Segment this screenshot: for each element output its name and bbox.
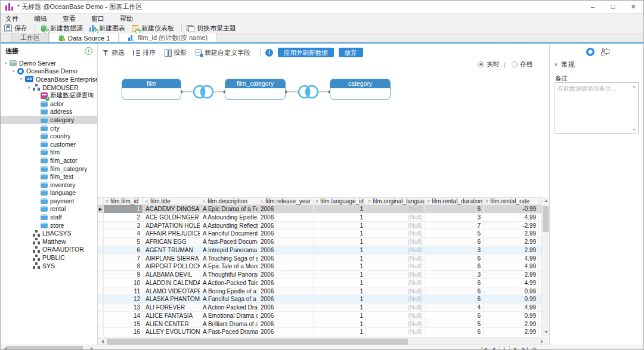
table-row[interactable]: 7AIRPLANE SIERRAA Touching Saga of a Hun… — [98, 255, 548, 263]
menu-item[interactable]: 窗口 — [91, 14, 113, 23]
tree-item-sys[interactable]: SYS — [1, 262, 97, 270]
scrollbar-thumb[interactable] — [107, 339, 408, 345]
settings-sliders-icon[interactable] — [600, 48, 608, 55]
table-row[interactable]: 16ALLEY EVOLUTIONA Fast-Paced Drama of a… — [98, 328, 548, 336]
tree-item-category[interactable]: category — [1, 116, 97, 124]
scrollbar-thumb[interactable] — [7, 346, 83, 350]
tree-item-lbacsys[interactable]: LBACSYS — [1, 229, 97, 237]
cell: 7 — [425, 222, 484, 230]
chevron-down-icon[interactable]: ∨ — [3, 61, 8, 66]
column-header-film.language_id[interactable]: #film.language_id — [314, 198, 366, 205]
add-connection-button[interactable]: + — [85, 47, 92, 55]
toolbar-new-chart-button[interactable]: 新建图表 — [89, 24, 125, 33]
tree-item-demo-server[interactable]: ∨Demo Server — [1, 59, 97, 67]
toolbar-new-datasource-button[interactable]: 新建数据源 — [40, 24, 83, 33]
table-row[interactable]: 10ALADDIN CALENDAR IIA Action-Packed Tal… — [98, 279, 548, 287]
column-header-film.film_id[interactable]: #film.film_id — [104, 198, 143, 205]
table-row[interactable]: 6AGENT TRUMANA Intrepid Panorama of a F2… — [98, 246, 548, 255]
table-node-category[interactable]: category — [330, 79, 391, 100]
column-header-film.original_language_[interactable]: #film.original_language_ — [366, 198, 425, 205]
tab-data-source-1[interactable]: Data Source 1 — [49, 33, 119, 42]
maximize-button[interactable]: □ — [603, 1, 623, 14]
table-row[interactable]: ▶1ACADEMY DINOSAURA Epic Drama of a Femi… — [98, 205, 548, 213]
table-row[interactable]: 2ACE GOLDFINGERA Astounding Epistle of a… — [98, 213, 548, 222]
table-row[interactable]: 3ADAPTATION HOLESA Astounding Reflection… — [98, 222, 548, 230]
tree-horizontal-scrollbar[interactable] — [1, 345, 98, 350]
tab-workspace[interactable]: 工作区 — [11, 33, 49, 42]
tree-item-country[interactable]: country — [1, 132, 97, 140]
tree-item-film[interactable]: film — [1, 148, 97, 157]
chevron-down-icon[interactable]: ∨ — [18, 77, 24, 82]
tree-item-film_actor[interactable]: film_actor — [1, 156, 97, 165]
tab-chart[interactable]: film_id 的计数(按 name) — [119, 33, 216, 42]
tree-item-customer[interactable]: customer — [1, 140, 97, 148]
scrollbar-thumb[interactable] — [543, 206, 549, 232]
table-node-film-category[interactable]: film_category — [225, 79, 286, 100]
inner-join-icon — [194, 86, 213, 98]
table-row[interactable]: 4AFFAIR PREJUDICEA Fanciful Documentary … — [98, 230, 548, 238]
tree-item-oraauditor[interactable]: ORAAUDITOR — [1, 246, 97, 254]
column-header-film.release_year[interactable]: Afilm.release_year — [258, 198, 314, 205]
tree-item-oceanbase-demo[interactable]: ∨OceanBase Demo — [1, 67, 97, 76]
toolbar-switch-theme-button[interactable]: 切换布景主题 — [187, 24, 236, 33]
menu-item[interactable]: 文件 — [5, 14, 27, 23]
page-number-input[interactable]: 1 — [499, 346, 510, 350]
cell: 3 — [425, 213, 484, 221]
cell: 6 — [104, 246, 143, 254]
tree-item-film_category[interactable]: film_category — [1, 165, 97, 173]
table-node-film[interactable]: film — [122, 79, 181, 100]
tab-label: film_id 的计数(按 name) — [138, 33, 208, 42]
table-row[interactable]: 9ALABAMA DEVILA Thoughtful Panorama of20… — [98, 271, 548, 279]
menu-item[interactable]: 帮助 — [120, 14, 141, 23]
note-textarea[interactable] — [555, 82, 639, 134]
tree-item--[interactable]: 新建数据源查询 — [1, 91, 97, 100]
tree-item-film_text[interactable]: film_text — [1, 172, 97, 181]
table-row[interactable]: 12ALASKA PHANTOMA Fanciful Saga of a Hun… — [98, 295, 548, 303]
menu-item[interactable]: 查看 — [63, 14, 84, 23]
tree-item-inventory[interactable]: inventory — [1, 181, 97, 189]
chevron-down-icon[interactable]: ∨ — [11, 69, 16, 73]
refresh-icon[interactable]: ⟳ — [532, 346, 537, 350]
general-section-header[interactable]: ∨ 常规 — [553, 60, 575, 69]
prev-page-icon[interactable]: ◀ — [491, 346, 495, 350]
tree-item-payment[interactable]: payment — [1, 197, 97, 205]
column-header-film.rental_duration[interactable]: #film.rental_duration — [425, 198, 484, 205]
last-page-icon[interactable]: ▶| — [522, 346, 528, 350]
scroll-right-icon[interactable] — [88, 345, 95, 350]
properties-cube-icon[interactable] — [586, 48, 595, 56]
tree-item-public[interactable]: PUBLIC — [1, 253, 97, 262]
grid-horizontal-scrollbar[interactable] — [98, 337, 548, 345]
scroll-up-icon[interactable]: ▲ — [632, 84, 636, 88]
tree-item-label: 新建数据源查询 — [50, 91, 94, 100]
scroll-down-icon[interactable]: ▼ — [632, 128, 636, 132]
tree-item-actor[interactable]: actor — [1, 100, 97, 108]
tree-item-language[interactable]: language — [1, 189, 97, 197]
next-page-icon[interactable]: ▶ — [514, 346, 518, 350]
toolbar-save-button[interactable]: 保存 — [4, 24, 27, 33]
tree-item-oceanbase-enterprise-product[interactable]: ∨OceanBase Enterprise Product — [1, 75, 97, 83]
new-chart-icon — [89, 24, 97, 32]
table-row[interactable]: 14ALICE FANTASIAA Emotional Drama of a A… — [98, 312, 548, 320]
chevron-down-icon[interactable]: ∨ — [26, 85, 32, 90]
minimize-button[interactable]: – — [583, 1, 603, 14]
close-button[interactable]: ✕ — [623, 1, 643, 14]
column-header-film.title[interactable]: Afilm.title — [143, 198, 200, 205]
menu-item[interactable]: 编辑 — [34, 14, 55, 23]
tree-item-store[interactable]: store — [1, 221, 97, 230]
table-row[interactable]: 8AIRPORT POLLOCKA Epic Tale of a Moose A… — [98, 262, 548, 271]
tree-item-city[interactable]: city — [1, 124, 97, 132]
tree-item-staff[interactable]: staff — [1, 213, 97, 221]
toolbar-new-dashboard-button[interactable]: 新建仪表板 — [131, 24, 174, 33]
column-header-film.description[interactable]: Afilm.description — [200, 198, 258, 205]
tree-item-demouser[interactable]: ∨DEMOUSER — [1, 83, 97, 92]
tree-item-matthew[interactable]: Matthew — [1, 237, 97, 246]
grid-vertical-scrollbar[interactable] — [541, 197, 549, 336]
tree-item-rental[interactable]: rental — [1, 205, 97, 213]
first-page-icon[interactable]: |◀ — [481, 346, 487, 350]
table-row[interactable]: 13ALI FOREVERA Action-Packed Drama of200… — [98, 303, 548, 312]
table-row[interactable]: 15ALIEN CENTERA Brilliant Drama of a Cat… — [98, 320, 548, 329]
column-header-film.rental_rate[interactable]: #film.rental_rate — [484, 198, 539, 205]
table-row[interactable]: 5AFRICAN EGGA fast-Paced Documentary2006… — [98, 238, 548, 246]
tree-item-address[interactable]: address — [1, 108, 97, 116]
table-row[interactable]: 11ALAMO VIDEOTAPEA Boring Epistle of a B… — [98, 287, 548, 296]
